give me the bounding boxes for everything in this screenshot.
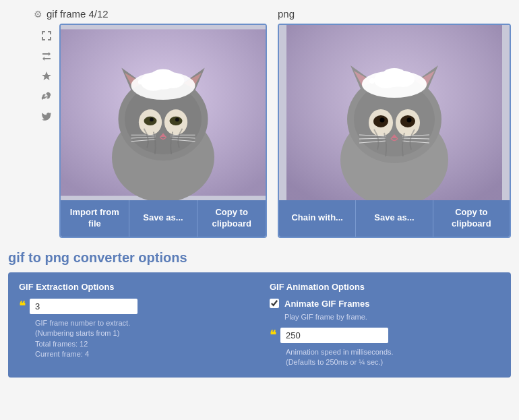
right-panel-title: png <box>278 8 511 20</box>
right-panel-actions: Chain with... Save as... Copy to clipboa… <box>279 200 510 237</box>
frame-number-input[interactable] <box>30 299 138 314</box>
svg-point-28 <box>157 71 164 78</box>
swap-icon[interactable] <box>40 49 53 63</box>
svg-point-44 <box>380 118 385 123</box>
right-panel-wrapper: png <box>278 8 511 238</box>
speed-input-row: ❝ <box>270 328 500 343</box>
animate-checkbox[interactable] <box>270 299 279 308</box>
animate-label[interactable]: Animate GIF Frames <box>284 299 369 309</box>
gif-animation-title: GIF Animation Options <box>270 282 500 292</box>
left-cat-image <box>61 25 266 200</box>
svg-point-45 <box>407 118 412 123</box>
options-section: gif to png converter options GIF Extract… <box>8 250 511 378</box>
right-image-panel: Chain with... Save as... Copy to clipboa… <box>278 24 511 238</box>
speed-hint: Animation speed in milliseconds. (Defaul… <box>286 347 500 368</box>
svg-point-29 <box>168 73 172 78</box>
gear-icon[interactable]: ⚙ <box>34 9 42 20</box>
gif-animation-col: GIF Animation Options Animate GIF Frames… <box>270 282 500 368</box>
right-copy-to-clipboard-button[interactable]: Copy to clipboard <box>433 200 510 237</box>
left-image-area <box>61 25 266 200</box>
svg-point-26 <box>145 76 149 80</box>
animate-checkbox-row: Animate GIF Frames <box>270 299 500 309</box>
animate-hint: Play GIF frame by frame. <box>284 313 500 321</box>
svg-point-30 <box>138 80 144 85</box>
svg-point-14 <box>175 118 179 122</box>
left-panel-actions: Import from file Save as... Copy to clip… <box>61 200 266 237</box>
main-container: ⚙ gif frame 4/12 <box>0 0 519 386</box>
import-from-file-button[interactable]: Import from file <box>61 200 129 237</box>
svg-point-56 <box>381 68 408 87</box>
options-box: GIF Extraction Options ❝ GIF frame numbe… <box>8 272 511 378</box>
svg-point-59 <box>388 69 394 76</box>
left-panel-title: ⚙ gif frame 4/12 <box>34 8 267 20</box>
svg-point-61 <box>369 78 375 84</box>
svg-point-27 <box>177 76 182 82</box>
sidebar <box>8 8 34 238</box>
fullscreen-icon[interactable] <box>40 29 53 42</box>
svg-point-57 <box>375 74 379 78</box>
right-image-area <box>279 25 510 200</box>
right-save-as-button[interactable]: Save as... <box>356 200 433 237</box>
animation-speed-input[interactable] <box>280 328 388 343</box>
frame-quote-mark: ❝ <box>19 300 26 312</box>
options-title: gif to png converter options <box>8 250 511 266</box>
frame-input-row: ❝ <box>19 299 249 314</box>
gif-extraction-title: GIF Extraction Options <box>19 282 249 292</box>
right-cat-image <box>279 25 510 200</box>
svg-point-25 <box>149 69 177 89</box>
frame-hint: GIF frame number to extract. (Numbering … <box>35 318 249 360</box>
svg-point-60 <box>399 71 403 75</box>
left-panel-title-text: gif frame 4/12 <box>47 8 109 20</box>
left-panel-wrapper: ⚙ gif frame 4/12 <box>34 8 267 238</box>
gif-extraction-col: GIF Extraction Options ❝ GIF frame numbe… <box>19 282 249 368</box>
speed-quote-mark: ❝ <box>270 329 276 341</box>
svg-point-58 <box>407 74 413 80</box>
panels-row: ⚙ gif frame 4/12 <box>8 8 511 238</box>
svg-point-13 <box>150 118 154 122</box>
star-icon[interactable] <box>40 69 53 83</box>
twitter-icon[interactable] <box>40 110 53 123</box>
right-panel-title-text: png <box>278 8 295 20</box>
link-icon[interactable] <box>40 90 53 103</box>
left-save-as-button[interactable]: Save as... <box>129 200 198 237</box>
left-image-panel: Import from file Save as... Copy to clip… <box>59 24 267 238</box>
left-copy-to-clipboard-button[interactable]: Copy to clipboard <box>197 200 266 237</box>
chain-with-button[interactable]: Chain with... <box>279 200 356 237</box>
left-sidebar-icons <box>34 24 59 238</box>
